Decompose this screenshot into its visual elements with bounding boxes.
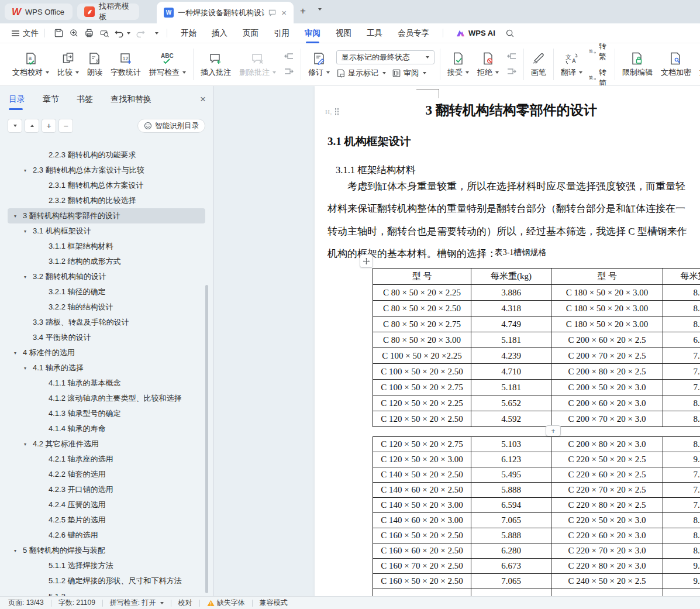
table-cell[interactable]: C 180 × 50 × 20 × 3.00 — [551, 316, 663, 332]
doc-heading-3[interactable]: 3.1.1 框架结构材料 — [336, 164, 415, 177]
table-cell[interactable]: C 220 × 80 × 20 × 2.5 — [551, 498, 663, 513]
table-cell[interactable]: 4.749 — [471, 316, 551, 332]
reject-changes-button[interactable]: 拒绝 — [473, 50, 503, 79]
comment-bubble-icon[interactable] — [268, 9, 276, 16]
table-cell[interactable]: C 160 × 60 × 20 × 2.50 — [373, 543, 471, 559]
toc-expand-arrow[interactable]: ▾ — [24, 229, 33, 234]
table-cell[interactable]: 8.47 — [663, 301, 700, 316]
toc-item[interactable]: 4.1.2 滚动轴承的主要类型、比较和选择 — [8, 391, 205, 406]
table-cell[interactable]: C 220 × 50 × 20 × 2.5 — [551, 452, 663, 467]
show-markup-button[interactable]: 显示标记 — [336, 68, 386, 78]
undo-chevron-icon[interactable] — [127, 32, 130, 35]
toc-expand-arrow[interactable]: ▾ — [24, 366, 33, 371]
markup-state-select[interactable]: 显示标记的最终状态 — [336, 50, 435, 64]
export-pdf-icon[interactable] — [66, 26, 81, 40]
toc-expand-arrow[interactable]: ▾ — [14, 548, 23, 553]
table-cell[interactable]: C 180 × 50 × 20 × 3.00 — [551, 301, 663, 316]
word-count-button[interactable]: 12 字数统计 — [106, 50, 145, 79]
insert-comment-button[interactable]: 插入批注 — [196, 50, 235, 79]
toc-item[interactable]: 4.2.5 垫片的选用 — [8, 512, 205, 528]
table-cell[interactable]: 4.318 — [471, 301, 551, 316]
toc-item[interactable]: 4.2.2 轴套的选用 — [8, 467, 205, 482]
undo-icon[interactable] — [112, 26, 127, 40]
toc-item[interactable]: 3.3 踏板、转盘及手轮的设计 — [8, 315, 205, 330]
proofread-button[interactable]: 校对 — [178, 598, 192, 608]
toc-item[interactable]: 4.2.1 轴承座的选用 — [8, 452, 205, 467]
toolbar-expand-chevron-icon[interactable] — [155, 32, 158, 35]
toc-item[interactable]: 4.2.3 开口销的选用 — [8, 482, 205, 497]
table-cell[interactable]: 6.67 — [663, 332, 700, 348]
table-cell[interactable]: 9.42 — [663, 559, 700, 574]
menu-tools[interactable]: 工具 — [367, 23, 382, 43]
wps-ai-button[interactable]: WPS AI — [456, 29, 495, 37]
table-cell[interactable]: 5.888 — [471, 528, 551, 543]
translate-button[interactable]: 文A 翻译 — [557, 50, 587, 79]
table-cell[interactable]: C 120 × 50 × 20 × 2.25 — [373, 395, 471, 411]
close-sidebar-icon[interactable]: × — [200, 94, 206, 110]
tab-docer-templates[interactable]: 找稻壳模板 — [77, 4, 139, 20]
table-cell[interactable]: C 140 × 50 × 20 × 2.50 — [373, 467, 471, 483]
read-aloud-button[interactable]: 朗读 — [83, 50, 106, 79]
table-cell[interactable]: 7.45 — [663, 364, 700, 380]
tab-chapters[interactable]: 章节 — [43, 94, 59, 110]
spell-check-status[interactable]: 拼写检查: 打开 — [110, 598, 164, 608]
table-cell[interactable]: C 100 × 50 × 20 × 2.75 — [373, 380, 471, 395]
track-changes-button[interactable]: 修订 — [304, 50, 334, 79]
toc-expand-arrow[interactable]: ▾ — [24, 442, 33, 447]
encrypt-document-button[interactable]: 文档加密 — [657, 50, 695, 79]
redo-icon[interactable] — [133, 26, 148, 40]
table-cell[interactable]: C 220 × 60 × 20 × 3.0 — [551, 528, 663, 543]
print-icon[interactable] — [81, 26, 96, 40]
toc-item[interactable]: ▾3 翻转机构结构零部件的设计 — [8, 208, 205, 223]
toc-item[interactable]: ▾4 标准件的选用 — [8, 345, 205, 360]
traditional-to-simplified-button[interactable]: 繁 转简 — [589, 67, 609, 87]
toc-item[interactable]: 3.2.2 轴的结构设计 — [8, 300, 205, 315]
table-cell[interactable]: 7.85 — [663, 498, 700, 513]
table-header-cell[interactable]: 每米重(kg) — [663, 269, 700, 285]
table-cell[interactable]: C 220 × 60 × 20 × 2.5 — [551, 467, 663, 483]
search-icon[interactable] — [502, 26, 518, 40]
simplified-to-traditional-button[interactable]: 简 转繁 — [589, 43, 609, 62]
print-preview-icon[interactable] — [96, 26, 112, 40]
toc-item[interactable]: 2.3.1 翻转机构总体方案设计 — [8, 178, 205, 193]
table-cell[interactable]: C 100 × 50 × 20 × 2.50 — [373, 364, 471, 380]
table-cell[interactable]: 4.239 — [471, 348, 551, 364]
table-cell[interactable]: C 140 × 60 × 20 × 3.00 — [373, 513, 471, 528]
table-cell[interactable]: C 160 × 50 × 20 × 2.50 — [373, 528, 471, 543]
table-cell[interactable]: 5.181 — [471, 332, 551, 348]
table-cell[interactable]: 5.181 — [471, 380, 551, 395]
table-cell[interactable]: C 200 × 70 × 20 × 3.0 — [551, 411, 663, 427]
toc-item[interactable]: 2.3.2 翻转机构的比较选择 — [8, 193, 205, 208]
table-cell[interactable]: C 140 × 50 × 20 × 3.00 — [373, 498, 471, 513]
file-menu[interactable]: 文件 — [12, 28, 39, 39]
toc-item[interactable]: 5.1.2 确定焊接的形状、尺寸和下料方法 — [8, 573, 205, 589]
previous-comment-icon[interactable] — [282, 51, 295, 62]
table-header-cell[interactable]: 每米重(kg) — [471, 269, 551, 285]
tab-wps-home[interactable]: W WPS Office — [5, 4, 73, 20]
toc-item[interactable]: 4.2.6 键的选用 — [8, 528, 205, 543]
menu-insert[interactable]: 插入 — [212, 23, 227, 43]
paragraph-line[interactable]: 转动主轴时，翻转台也是需要转动的）所以，经过基本筛选，我选择 C 型槽钢来作 — [327, 225, 687, 238]
toc-expand-arrow[interactable]: ▾ — [14, 350, 23, 356]
table-move-handle[interactable] — [360, 254, 373, 268]
table-cell[interactable]: C 120 × 50 × 20 × 2.75 — [373, 437, 471, 452]
doc-heading-2[interactable]: 3.1 机构框架设计 — [327, 134, 411, 149]
tab-contents[interactable]: 目录 — [9, 94, 25, 110]
table-cell[interactable]: C 80 × 50 × 20 × 3.00 — [373, 332, 471, 348]
table-cell[interactable]: 6.673 — [471, 559, 551, 574]
table-cell[interactable] — [373, 589, 471, 597]
table-cell[interactable]: 3.886 — [471, 285, 551, 301]
toc-item[interactable]: 4.2.4 压簧的选用 — [8, 497, 205, 512]
table-cell[interactable]: 8.00 — [663, 395, 700, 411]
next-comment-icon[interactable] — [282, 67, 295, 77]
table-cell[interactable]: 7.065 — [471, 513, 551, 528]
table-cell[interactable] — [471, 589, 551, 597]
table-cell[interactable]: C 80 × 50 × 20 × 2.75 — [373, 316, 471, 332]
close-tab-icon[interactable]: × — [281, 8, 287, 18]
table-insert-row-button[interactable]: + — [546, 425, 561, 436]
toc-item[interactable]: ▾2.3 翻转机构总体方案设计与比较 — [8, 163, 205, 178]
table-cell[interactable]: 5.888 — [471, 483, 551, 498]
table-cell[interactable]: 7.06 — [663, 348, 700, 364]
table-cell[interactable]: C 120 × 50 × 20 × 2.50 — [373, 411, 471, 427]
clipped-ribbon-button[interactable]: 文档 — [695, 50, 700, 79]
